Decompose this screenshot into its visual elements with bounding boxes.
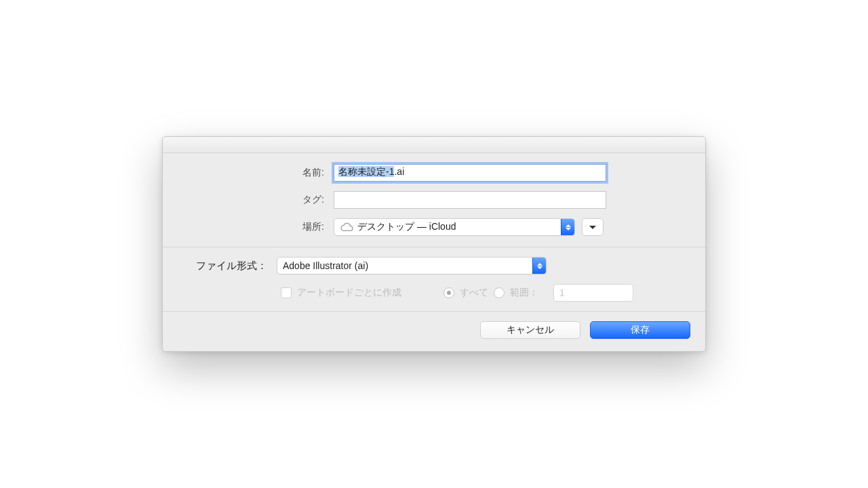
filename-ext: .ai <box>394 166 404 177</box>
save-options-section: ファイル形式： Adobe Illustrator (ai) アートボードごとに… <box>163 247 705 311</box>
up-down-icon <box>532 258 546 274</box>
tags-row: タグ: <box>178 191 690 209</box>
dialog-footer: キャンセル 保存 <box>163 311 705 351</box>
tags-input[interactable] <box>334 191 606 209</box>
tags-label: タグ: <box>178 194 327 206</box>
save-button[interactable]: 保存 <box>590 321 690 339</box>
up-down-icon <box>561 219 574 235</box>
range-label: 範囲： <box>510 287 538 299</box>
name-row: 名前: 名称未設定-1.ai <box>178 164 690 182</box>
per-artboard-checkbox[interactable] <box>281 287 292 298</box>
location-value: デスクトップ — iCloud <box>357 221 456 233</box>
filename-selected-text: 名称未設定-1 <box>338 166 394 177</box>
per-artboard-label: アートボードごとに作成 <box>297 287 401 299</box>
all-label: すべて <box>460 287 488 299</box>
range-radio[interactable] <box>494 287 505 298</box>
expand-location-button[interactable] <box>582 218 604 236</box>
range-value: 1 <box>559 287 565 298</box>
save-basic-section: 名前: 名称未設定-1.ai タグ: 場所: デスクトップ — iCloud <box>163 153 705 247</box>
cancel-button[interactable]: キャンセル <box>480 321 580 339</box>
format-value: Adobe Illustrator (ai) <box>283 260 368 271</box>
location-label: 場所: <box>178 221 327 233</box>
format-label: ファイル形式： <box>178 260 270 272</box>
all-radio[interactable] <box>443 287 454 298</box>
artboard-options-row: アートボードごとに作成 すべて 範囲： 1 <box>178 284 690 302</box>
location-popup[interactable]: デスクトップ — iCloud <box>334 218 575 236</box>
format-row: ファイル形式： Adobe Illustrator (ai) <box>178 257 690 274</box>
name-label: 名前: <box>178 167 327 179</box>
location-row: 場所: デスクトップ — iCloud <box>178 218 690 236</box>
dialog-titlebar <box>163 137 705 153</box>
radio-dot <box>447 291 451 295</box>
chevron-down-icon <box>589 226 596 229</box>
filename-input[interactable]: 名称未設定-1.ai <box>334 164 606 182</box>
range-input[interactable]: 1 <box>553 284 633 302</box>
cloud-icon <box>340 222 353 232</box>
save-dialog: 名前: 名称未設定-1.ai タグ: 場所: デスクトップ — iCloud <box>162 136 706 352</box>
format-popup[interactable]: Adobe Illustrator (ai) <box>277 257 547 274</box>
